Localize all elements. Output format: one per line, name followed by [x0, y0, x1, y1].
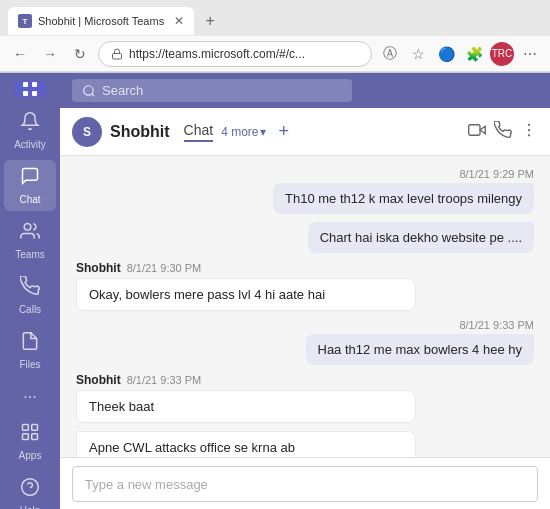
sidebar-item-chat[interactable]: Chat — [4, 160, 56, 211]
message-bubble: Theek baat — [76, 390, 416, 423]
input-placeholder: Type a new message — [85, 477, 208, 492]
svg-line-12 — [92, 93, 95, 96]
browser-chrome: T Shobhit | Microsoft Teams ✕ + ← → ↻ ht… — [0, 0, 550, 73]
search-box[interactable]: Search — [72, 79, 352, 102]
message-input-area: Type a new message — [60, 457, 550, 509]
svg-marker-13 — [480, 126, 485, 134]
topbar-actions — [468, 121, 538, 143]
help-icon — [20, 477, 40, 502]
video-call-button[interactable] — [468, 121, 486, 143]
tab-favicon: T — [18, 14, 32, 28]
sender-info: Shobhit 8/1/21 9:30 PM — [76, 261, 534, 275]
chat-label-tab[interactable]: Chat — [184, 122, 214, 142]
svg-point-15 — [528, 123, 530, 125]
nav-bar: ← → ↻ https://teams.microsoft.com/#/c...… — [0, 36, 550, 72]
main-panel: Search S Shobhit Chat 4 more ▾ + — [60, 73, 550, 509]
browser-tab[interactable]: T Shobhit | Microsoft Teams ✕ — [8, 7, 194, 35]
sender-time: 8/1/21 9:33 PM — [127, 374, 202, 386]
svg-point-5 — [24, 224, 31, 231]
svg-rect-4 — [32, 91, 37, 96]
bookmark-icon[interactable]: ☆ — [406, 42, 430, 66]
tab-close-button[interactable]: ✕ — [174, 14, 184, 28]
teams-icon — [20, 221, 40, 246]
lock-icon — [111, 48, 123, 60]
svg-rect-2 — [32, 82, 37, 87]
message-bubble: Apne CWL attacks office se krna ab — [76, 431, 416, 457]
search-icon — [82, 84, 96, 98]
chat-label: Chat — [19, 194, 40, 205]
files-icon — [20, 331, 40, 356]
more-dots-icon: ··· — [23, 388, 36, 406]
sent-message-3: 8/1/21 9:33 PM Haa th12 me max bowlers 4… — [76, 319, 534, 365]
app-launcher-button[interactable] — [14, 81, 46, 97]
activity-label: Activity — [14, 139, 46, 150]
received-message-1: Shobhit 8/1/21 9:30 PM Okay, bowlers mer… — [76, 261, 534, 311]
svg-rect-3 — [23, 91, 28, 96]
browser-menu-button[interactable]: ⋯ — [518, 42, 542, 66]
avatar-initials: S — [83, 125, 91, 139]
sidebar: Activity Chat Teams — [0, 73, 60, 509]
sidebar-item-help[interactable]: Help — [4, 471, 56, 509]
received-message-3: Apne CWL attacks office se krna ab — [76, 431, 534, 457]
sidebar-item-more[interactable]: ··· — [4, 382, 56, 412]
calls-icon — [20, 276, 40, 301]
forward-button[interactable]: → — [38, 42, 62, 66]
sidebar-item-teams[interactable]: Teams — [4, 215, 56, 266]
apps-icon — [20, 422, 40, 447]
chat-header: S Shobhit Chat 4 more ▾ + — [60, 108, 550, 156]
svg-rect-8 — [32, 434, 38, 440]
chat-icon — [20, 166, 40, 191]
sidebar-item-activity[interactable]: Activity — [4, 105, 56, 156]
add-tab-button[interactable]: + — [278, 121, 289, 142]
url-text: https://teams.microsoft.com/#/c... — [129, 47, 359, 61]
teams-label: Teams — [15, 249, 44, 260]
sidebar-item-calls[interactable]: Calls — [4, 270, 56, 321]
svg-rect-0 — [113, 53, 122, 59]
sidebar-item-apps[interactable]: Apps — [4, 416, 56, 467]
message-input[interactable]: Type a new message — [72, 466, 538, 502]
extensions-icon[interactable]: 🧩 — [462, 42, 486, 66]
sender-name: Shobhit — [76, 373, 121, 387]
user-profile-avatar[interactable]: TRC — [490, 42, 514, 66]
message-bubble: Th10 me th12 k max level troops milengy — [273, 183, 534, 214]
search-placeholder: Search — [102, 83, 143, 98]
sent-message-1: 8/1/21 9:29 PM Th10 me th12 k max level … — [76, 168, 534, 214]
msg-timestamp: 8/1/21 9:29 PM — [459, 168, 534, 180]
svg-rect-7 — [32, 425, 38, 431]
sidebar-item-files[interactable]: Files — [4, 325, 56, 376]
msg-timestamp: 8/1/21 9:33 PM — [459, 319, 534, 331]
message-bubble: Okay, bowlers mere pass lvl 4 hi aate ha… — [76, 278, 416, 311]
teams-nav-icon[interactable]: 🔵 — [434, 42, 458, 66]
sender-time: 8/1/21 9:30 PM — [127, 262, 202, 274]
tab-title: Shobhit | Microsoft Teams — [38, 15, 164, 27]
back-button[interactable]: ← — [8, 42, 32, 66]
sender-info: Shobhit 8/1/21 9:33 PM — [76, 373, 534, 387]
tab-bar: T Shobhit | Microsoft Teams ✕ + — [0, 0, 550, 36]
search-bar-area: Search — [60, 73, 550, 108]
help-label: Help — [20, 505, 41, 509]
chat-user-name: Shobhit — [110, 123, 170, 141]
refresh-button[interactable]: ↻ — [68, 42, 92, 66]
messages-area: 8/1/21 9:29 PM Th10 me th12 k max level … — [60, 156, 550, 457]
chevron-down-icon: ▾ — [260, 125, 266, 139]
svg-point-11 — [84, 85, 93, 94]
sender-name: Shobhit — [76, 261, 121, 275]
address-bar[interactable]: https://teams.microsoft.com/#/c... — [98, 41, 372, 67]
message-bubble: Haa th12 me max bowlers 4 hee hy — [306, 334, 535, 365]
message-bubble: Chart hai iska dekho website pe .... — [308, 222, 534, 253]
sent-message-2: Chart hai iska dekho website pe .... — [76, 222, 534, 253]
audio-call-button[interactable] — [494, 121, 512, 143]
svg-point-10 — [22, 479, 39, 496]
more-tabs-button[interactable]: 4 more ▾ — [221, 125, 266, 139]
more-options-button[interactable] — [520, 121, 538, 143]
svg-rect-1 — [23, 82, 28, 87]
svg-rect-6 — [23, 425, 29, 431]
apps-label: Apps — [19, 450, 42, 461]
activity-icon — [20, 111, 40, 136]
received-message-2: Shobhit 8/1/21 9:33 PM Theek baat — [76, 373, 534, 423]
calls-label: Calls — [19, 304, 41, 315]
chat-user-avatar: S — [72, 117, 102, 147]
new-tab-button[interactable]: + — [198, 9, 222, 33]
profile-icon[interactable]: Ⓐ — [378, 42, 402, 66]
svg-point-16 — [528, 128, 530, 130]
